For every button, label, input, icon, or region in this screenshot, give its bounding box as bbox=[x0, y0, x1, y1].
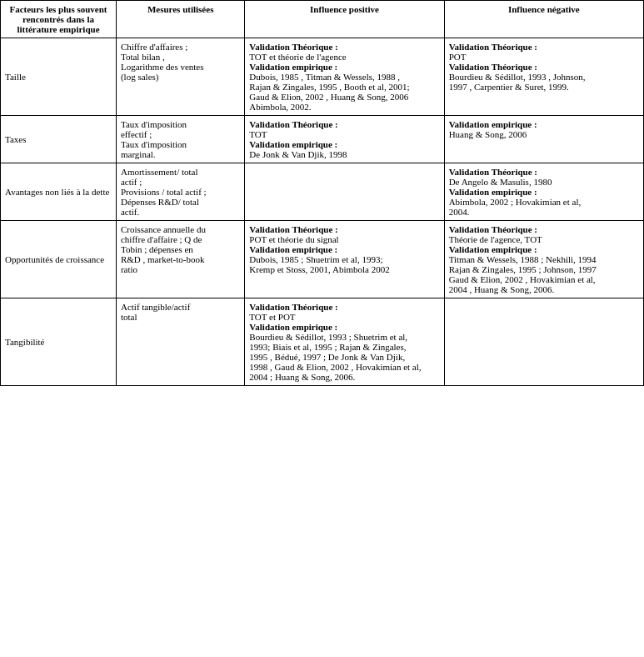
measures-cell: Actif tangible/actif total bbox=[116, 298, 244, 386]
header-measures: Mesures utilisées bbox=[116, 1, 244, 38]
table-row: TangibilitéActif tangible/actif totalVal… bbox=[1, 298, 644, 386]
positive-cell bbox=[245, 163, 444, 221]
factor-cell: Taille bbox=[1, 38, 117, 116]
positive-cell: Validation Théorique :TOT et POTValidati… bbox=[245, 298, 444, 386]
header-positive: Influence positive bbox=[245, 1, 444, 38]
header-negative: Influence négative bbox=[444, 1, 643, 38]
header-factors: Facteurs les plus souvent rencontrés dan… bbox=[1, 1, 117, 38]
positive-cell: Validation Théorique :POT et théorie du … bbox=[245, 221, 444, 298]
factor-cell: Tangibilité bbox=[1, 298, 117, 386]
measures-cell: Croissance annuelle du chiffre d'affaire… bbox=[116, 221, 244, 298]
negative-cell: Validation Théorique :De Angelo & Masuli… bbox=[444, 163, 643, 221]
measures-cell: Taux d'imposition effectif ; Taux d'impo… bbox=[116, 116, 244, 163]
factor-cell: Avantages non liés à la dette bbox=[1, 163, 117, 221]
factor-cell: Opportunités de croissance bbox=[1, 221, 117, 298]
table-row: Avantages non liés à la detteAmortisseme… bbox=[1, 163, 644, 221]
table-row: TaxesTaux d'imposition effectif ; Taux d… bbox=[1, 116, 644, 163]
table-row: TailleChiffre d'affaires ; Total bilan ,… bbox=[1, 38, 644, 116]
negative-cell bbox=[444, 298, 643, 386]
measures-cell: Chiffre d'affaires ; Total bilan , Logar… bbox=[116, 38, 244, 116]
measures-cell: Amortissement/ total actif ; Provisions … bbox=[116, 163, 244, 221]
main-table: Facteurs les plus souvent rencontrés dan… bbox=[0, 0, 644, 386]
negative-cell: Validation Théorique :POTValidation Théo… bbox=[444, 38, 643, 116]
negative-cell: Validation Théorique :Théorie de l'agenc… bbox=[444, 221, 643, 298]
positive-cell: Validation Théorique :TOT et théorie de … bbox=[245, 38, 444, 116]
table-row: Opportunités de croissanceCroissance ann… bbox=[1, 221, 644, 298]
positive-cell: Validation Théorique :TOTValidation empi… bbox=[245, 116, 444, 163]
negative-cell: Validation empirique :Huang & Song, 2006 bbox=[444, 116, 643, 163]
factor-cell: Taxes bbox=[1, 116, 117, 163]
